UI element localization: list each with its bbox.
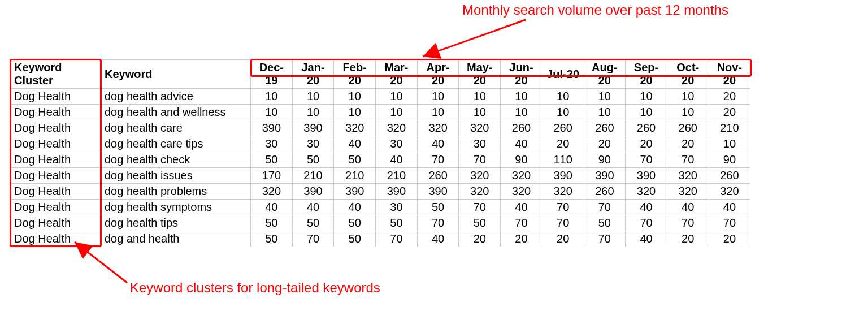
cell-value: 10 bbox=[584, 89, 626, 105]
cell-value: 20 bbox=[709, 231, 750, 247]
col-month: Jan-20 bbox=[292, 60, 334, 89]
cell-value: 10 bbox=[709, 136, 750, 152]
cell-value: 320 bbox=[459, 168, 501, 184]
col-month: Aug-20 bbox=[584, 60, 626, 89]
cell-value: 30 bbox=[376, 200, 418, 215]
col-month: Jun-20 bbox=[501, 60, 542, 89]
cell-value: 110 bbox=[542, 152, 584, 168]
cell-keyword: dog health care bbox=[101, 120, 251, 136]
cell-value: 40 bbox=[334, 200, 376, 215]
table-row: Dog Healthdog health care390390320320320… bbox=[11, 120, 750, 136]
cell-value: 90 bbox=[709, 152, 750, 168]
cell-value: 50 bbox=[251, 231, 293, 247]
cell-value: 90 bbox=[584, 152, 626, 168]
cell-value: 20 bbox=[542, 136, 584, 152]
table-row: Dog Healthdog health check50505040707090… bbox=[11, 152, 750, 168]
cell-cluster: Dog Health bbox=[11, 200, 101, 215]
col-month: Nov-20 bbox=[709, 60, 750, 89]
col-month: Oct-20 bbox=[667, 60, 709, 89]
cell-value: 70 bbox=[584, 231, 626, 247]
cell-value: 10 bbox=[376, 105, 418, 120]
cell-value: 70 bbox=[626, 215, 667, 231]
cell-value: 10 bbox=[417, 89, 459, 105]
cell-value: 40 bbox=[417, 136, 459, 152]
cell-value: 70 bbox=[626, 152, 667, 168]
cell-value: 390 bbox=[417, 184, 459, 200]
col-month: Jul-20 bbox=[542, 60, 584, 89]
cell-value: 320 bbox=[501, 168, 542, 184]
cell-cluster: Dog Health bbox=[11, 120, 101, 136]
cell-value: 20 bbox=[709, 105, 750, 120]
cell-value: 320 bbox=[667, 184, 709, 200]
cell-value: 30 bbox=[292, 136, 334, 152]
cell-value: 70 bbox=[292, 231, 334, 247]
cell-value: 20 bbox=[584, 136, 626, 152]
cell-value: 390 bbox=[292, 120, 334, 136]
col-month: May-20 bbox=[459, 60, 501, 89]
cell-value: 30 bbox=[376, 136, 418, 152]
cell-value: 10 bbox=[542, 105, 584, 120]
cell-value: 50 bbox=[584, 215, 626, 231]
cell-value: 90 bbox=[501, 152, 542, 168]
cell-cluster: Dog Health bbox=[11, 168, 101, 184]
cell-cluster: Dog Health bbox=[11, 215, 101, 231]
table-row: Dog Healthdog health and wellness1010101… bbox=[11, 105, 750, 120]
table-row: Dog Healthdog health tips505050507050707… bbox=[11, 215, 750, 231]
cell-value: 20 bbox=[667, 136, 709, 152]
cell-value: 40 bbox=[292, 200, 334, 215]
cell-value: 40 bbox=[709, 200, 750, 215]
cell-value: 10 bbox=[501, 105, 542, 120]
col-month: Dec-19 bbox=[251, 60, 293, 89]
cell-value: 50 bbox=[334, 231, 376, 247]
cell-value: 210 bbox=[334, 168, 376, 184]
table-row: Dog Healthdog and health5070507040202020… bbox=[11, 231, 750, 247]
cell-value: 70 bbox=[376, 231, 418, 247]
table-header-row: Keyword Cluster Keyword Dec-19 Jan-20 Fe… bbox=[11, 60, 750, 89]
cell-value: 10 bbox=[376, 89, 418, 105]
cell-keyword: dog health advice bbox=[101, 89, 251, 105]
cell-value: 50 bbox=[251, 152, 293, 168]
cell-value: 260 bbox=[501, 120, 542, 136]
cell-value: 320 bbox=[417, 120, 459, 136]
cell-cluster: Dog Health bbox=[11, 231, 101, 247]
cell-value: 70 bbox=[459, 152, 501, 168]
table-row: Dog Healthdog health advice1010101010101… bbox=[11, 89, 750, 105]
annotation-bottom-label: Keyword clusters for long-tailed keyword… bbox=[130, 280, 380, 296]
cell-value: 390 bbox=[376, 184, 418, 200]
cell-value: 20 bbox=[709, 89, 750, 105]
cell-cluster: Dog Health bbox=[11, 152, 101, 168]
cell-value: 210 bbox=[292, 168, 334, 184]
cell-value: 320 bbox=[501, 184, 542, 200]
cell-value: 10 bbox=[292, 105, 334, 120]
table-row: Dog Healthdog health care tips3030403040… bbox=[11, 136, 750, 152]
col-month: Apr-20 bbox=[417, 60, 459, 89]
col-month: Sep-20 bbox=[626, 60, 667, 89]
cell-value: 50 bbox=[376, 215, 418, 231]
cell-value: 320 bbox=[376, 120, 418, 136]
cell-keyword: dog health and wellness bbox=[101, 105, 251, 120]
cell-value: 20 bbox=[626, 136, 667, 152]
cell-keyword: dog and health bbox=[101, 231, 251, 247]
cell-value: 320 bbox=[626, 184, 667, 200]
cell-value: 260 bbox=[584, 120, 626, 136]
svg-line-1 bbox=[75, 242, 127, 283]
cell-value: 260 bbox=[667, 120, 709, 136]
cell-value: 70 bbox=[542, 200, 584, 215]
table-row: Dog Healthdog health issues1702102102102… bbox=[11, 168, 750, 184]
cell-value: 10 bbox=[251, 105, 293, 120]
cell-value: 10 bbox=[584, 105, 626, 120]
cell-value: 10 bbox=[501, 89, 542, 105]
cell-value: 10 bbox=[667, 89, 709, 105]
cell-value: 10 bbox=[459, 105, 501, 120]
cell-value: 40 bbox=[501, 136, 542, 152]
cell-value: 70 bbox=[417, 152, 459, 168]
cell-value: 260 bbox=[626, 120, 667, 136]
cell-value: 390 bbox=[292, 184, 334, 200]
cell-value: 40 bbox=[334, 136, 376, 152]
cell-value: 10 bbox=[667, 105, 709, 120]
cell-value: 40 bbox=[376, 152, 418, 168]
cell-cluster: Dog Health bbox=[11, 184, 101, 200]
cell-cluster: Dog Health bbox=[11, 89, 101, 105]
col-keyword-cluster: Keyword Cluster bbox=[11, 60, 101, 89]
cell-value: 70 bbox=[709, 215, 750, 231]
